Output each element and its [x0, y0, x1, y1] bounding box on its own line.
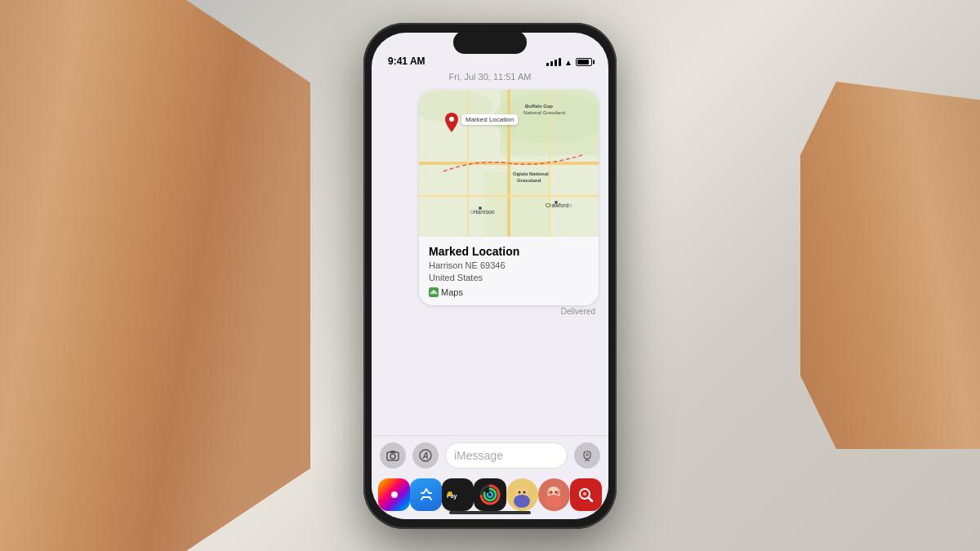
iphone-device: 9:41 AM ▲ Fri, Jul 30, 11:51 AM [363, 23, 617, 529]
apple-maps-icon [429, 287, 439, 297]
svg-point-42 [514, 495, 530, 508]
svg-text:Buffalo Gap: Buffalo Gap [525, 104, 553, 109]
svg-text:○Harrison: ○Harrison [470, 209, 495, 215]
camera-button[interactable] [380, 442, 406, 469]
svg-point-37 [484, 489, 496, 500]
status-icons: ▲ [546, 58, 592, 67]
search-app-icon[interactable] [570, 478, 602, 511]
map-preview: Buffalo Gap National Grassland Oglala Na… [419, 90, 599, 237]
map-pin-label: Marked Location [461, 114, 518, 125]
svg-text:A: A [421, 451, 428, 460]
svg-point-38 [488, 492, 492, 497]
appstore-app-icon[interactable] [410, 478, 442, 511]
signal-bar-1 [546, 63, 549, 66]
photos-app-icon[interactable] [378, 478, 410, 511]
location-title: Marked Location [429, 245, 589, 258]
applepay-app-icon[interactable]: Pay [442, 478, 474, 511]
home-indicator [449, 511, 531, 514]
location-pin [443, 113, 460, 132]
messages-area: Fri, Jul 30, 11:51 AM [372, 72, 608, 435]
phone-screen: 9:41 AM ▲ Fri, Jul 30, 11:51 AM [372, 33, 608, 519]
apps-button[interactable]: A [412, 442, 439, 469]
wifi-icon: ▲ [564, 58, 572, 67]
svg-point-51 [583, 492, 586, 495]
svg-point-41 [523, 491, 526, 493]
svg-text:Oglala National: Oglala National [513, 171, 549, 176]
svg-rect-46 [548, 491, 551, 495]
scene: 9:41 AM ▲ Fri, Jul 30, 11:51 AM [0, 0, 980, 551]
status-time: 9:41 AM [388, 56, 425, 67]
svg-point-40 [519, 491, 521, 493]
map-bubble[interactable]: Buffalo Gap National Grassland Oglala Na… [419, 90, 599, 306]
svg-point-20 [433, 292, 435, 295]
svg-point-34 [448, 491, 452, 496]
signal-bar-2 [550, 61, 553, 66]
hand-left [0, 0, 310, 551]
address-line1: Harrison NE 69346 [429, 260, 506, 270]
svg-point-48 [546, 495, 562, 508]
memoji2-app-icon[interactable] [538, 478, 570, 511]
svg-rect-47 [556, 491, 559, 495]
battery-icon [576, 58, 592, 66]
svg-point-18 [449, 117, 454, 122]
message-bubble-container: Buffalo Gap National Grassland Oglala Na… [381, 90, 599, 317]
activity-app-icon[interactable] [474, 478, 506, 511]
imessage-input[interactable]: iMessage [445, 442, 568, 469]
svg-rect-23 [390, 451, 395, 453]
signal-bars [546, 58, 561, 66]
input-bar: A iMessage [372, 435, 608, 473]
address-line2: United States [429, 273, 483, 282]
svg-text:Crawford○: Crawford○ [546, 202, 572, 208]
svg-point-22 [390, 454, 395, 459]
delivered-status: Delivered [561, 307, 595, 316]
map-location-info: Marked Location Harrison NE 69346 United… [419, 237, 599, 306]
svg-text:National Grassland: National Grassland [523, 110, 565, 115]
imessage-placeholder: iMessage [454, 449, 559, 462]
dynamic-island [453, 31, 527, 54]
audio-button[interactable] [574, 442, 600, 469]
svg-point-32 [393, 493, 396, 496]
hand-right [800, 82, 980, 449]
message-timestamp: Fri, Jul 30, 11:51 AM [381, 72, 599, 82]
memoji1-app-icon[interactable] [506, 478, 538, 511]
maps-link[interactable]: Maps [429, 287, 589, 297]
map-svg: Buffalo Gap National Grassland Oglala Na… [419, 90, 599, 237]
signal-bar-4 [559, 58, 561, 66]
svg-line-50 [589, 497, 593, 501]
svg-text:Grassland: Grassland [517, 178, 541, 183]
maps-label: Maps [441, 287, 463, 297]
signal-bar-3 [555, 60, 557, 66]
location-address: Harrison NE 69346 United States [429, 260, 589, 285]
